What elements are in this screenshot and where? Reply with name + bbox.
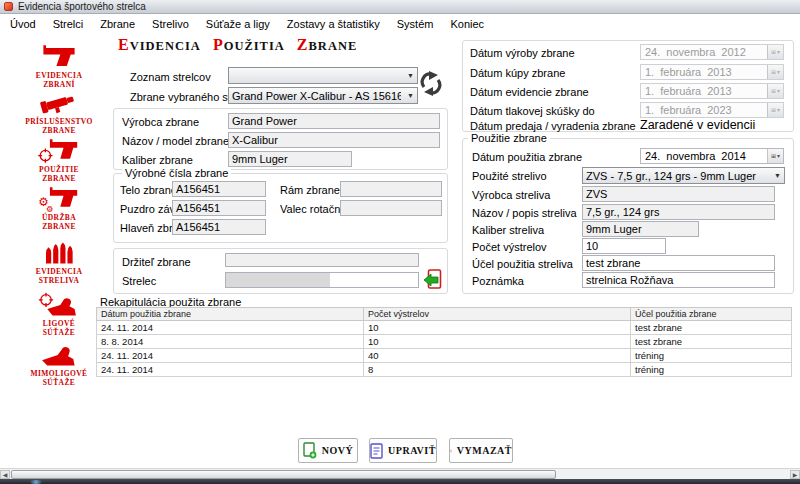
sidebar-label: LIGOVÉ: [43, 319, 75, 328]
calendar-dropdown-icon: ⊞▾: [767, 149, 783, 163]
edit-document-icon: [370, 443, 383, 459]
svg-text:⚙: ⚙: [46, 204, 54, 212]
menu-item-uvod[interactable]: Úvod: [10, 18, 36, 30]
sidebar-item-pouzitie-zbrane[interactable]: POUŽITIEZBRANE: [12, 138, 106, 184]
shooter-icon: [21, 342, 97, 368]
menu-item-strelci[interactable]: Strelci: [53, 18, 84, 30]
caliber-field: 9mm Luger: [228, 151, 352, 167]
col-purpose[interactable]: Účel použitia zbrane: [631, 308, 792, 321]
bullets-icon: [21, 240, 97, 266]
usage-purpose-input[interactable]: test zbrane: [582, 255, 775, 271]
taskbar-edge: [0, 479, 800, 484]
sidebar-label: POUŽITIE: [39, 165, 79, 174]
new-document-icon: [303, 442, 317, 459]
chevron-down-icon: ▼: [407, 92, 414, 99]
body-serial-field: A156451: [172, 181, 266, 197]
scope-icon: [21, 90, 97, 116]
application-window: Evidencia športového strelca Úvod Strelc…: [0, 0, 800, 484]
registration-status: Zaradené v evidencii: [640, 118, 755, 132]
assign-shooter-icon[interactable]: [423, 269, 442, 290]
sidebar-item-evidencia-zbrani[interactable]: EVIDENCIAZBRANÍ: [12, 44, 106, 90]
note-label: Poznámka: [472, 275, 524, 287]
col-date[interactable]: Dátum použitia zbrane: [97, 308, 364, 321]
date-purchased-label: Dátum kúpy zbrane: [470, 67, 565, 79]
sidebar-label: PRÍSLUŠENSTVO: [25, 117, 93, 126]
sidebar-label: EVIDENCIA: [36, 71, 83, 80]
table-row[interactable]: 24. 11. 20148tréning: [97, 363, 792, 377]
sidebar-item-prislusenstvo-zbrane[interactable]: PRÍSLUŠENSTVOZBRANE: [12, 90, 106, 136]
menu-bar: Úvod Strelci Zbrane Strelivo Súťaže a li…: [0, 15, 800, 32]
holder-field: [225, 253, 419, 267]
delete-button[interactable]: VYMAZAŤ: [449, 438, 513, 463]
caliber-label: Kaliber zbrane: [122, 154, 193, 166]
note-input[interactable]: strelnica Rožňava: [582, 272, 775, 288]
shot-count-input[interactable]: 10: [582, 238, 666, 254]
chevron-down-icon: ▼: [774, 172, 781, 179]
barrel-serial-field: A156451: [172, 219, 266, 235]
table-row[interactable]: 8. 8. 201410test zbrane: [97, 335, 792, 349]
page-title: EVIDENCIA POUŽITIA ZBRANE: [118, 36, 364, 54]
refresh-icon[interactable]: [420, 70, 442, 97]
menu-item-zostavy[interactable]: Zostavy a štatistiky: [287, 18, 380, 30]
model-field: X-Calibur: [228, 132, 440, 148]
shooters-list-dropdown[interactable]: ▼: [228, 67, 418, 84]
menu-item-koniec[interactable]: Koniec: [450, 18, 484, 30]
scroll-right-icon[interactable]: ▶: [790, 470, 800, 479]
usage-purpose-label: Účel použitia streliva: [472, 258, 573, 270]
date-registered-picker: 1. februára 2013 ⊞▾: [640, 83, 784, 99]
sidebar-item-ligove-sutaze[interactable]: LIGOVÉSÚŤAŽE: [12, 292, 106, 338]
ammo-caliber-field: 9mm Luger: [582, 221, 699, 237]
sidebar-item-udrzba-zbrane[interactable]: ⚙ ⚙ ÚDRŽBAZBRANE: [12, 186, 106, 232]
cylinder-serial-field: [340, 200, 442, 216]
delete-document-icon: [450, 443, 452, 459]
ammo-used-label: Použité strelivo: [472, 170, 547, 182]
menu-item-strelivo[interactable]: Strelivo: [152, 18, 189, 30]
pistol-crosshair-icon: [21, 138, 97, 164]
usage-date-label: Dátum použitia zbrane: [472, 151, 582, 163]
body-serial-label: Telo zbrane: [120, 184, 177, 196]
edit-button[interactable]: UPRAVIŤ: [369, 438, 437, 463]
horizontal-scrollbar[interactable]: ◀ ▶: [0, 468, 800, 479]
shooters-list-label: Zoznam strelcov: [130, 71, 211, 83]
shooter-field[interactable]: [225, 272, 419, 288]
scrollbar-thumb[interactable]: [11, 470, 556, 479]
model-label: Názov / model zbrane: [122, 135, 229, 147]
window-titlebar: Evidencia športového strelca: [0, 0, 800, 14]
table-row[interactable]: 24. 11. 201440tréning: [97, 349, 792, 363]
calendar-dropdown-icon: ⊞▾: [767, 84, 783, 98]
shot-count-label: Počet výstrelov: [472, 241, 547, 253]
menu-item-zbrane[interactable]: Zbrane: [100, 18, 135, 30]
menu-item-system[interactable]: Systém: [397, 18, 434, 30]
calendar-dropdown-icon: ⊞▾: [767, 103, 783, 117]
ammo-manufacturer-label: Výrobca streliva: [472, 189, 550, 201]
holder-label: Držiteľ zbrane: [122, 256, 191, 268]
menu-item-sutaze[interactable]: Súťaže a ligy: [206, 18, 270, 30]
date-registered-label: Dátum evidencie zbrane: [470, 86, 589, 98]
ammo-manufacturer-field: ZVS: [582, 186, 775, 202]
cylinder-serial-label: Valec rotačný: [280, 203, 346, 215]
window-title: Evidencia športového strelca: [18, 1, 146, 12]
calendar-dropdown-icon: ⊞▾: [767, 45, 783, 59]
sidebar-label: EVIDENCIA: [36, 267, 83, 276]
table-header-row: Dátum použitia zbrane Počet výstrelov Úč…: [97, 308, 792, 321]
sidebar-label: MIMOLIGOVÉ: [31, 369, 88, 378]
frame-serial-label: Rám zbrane: [280, 184, 340, 196]
col-shots[interactable]: Počet výstrelov: [364, 308, 631, 321]
shooter-label: Strelec: [122, 275, 156, 287]
slide-serial-field: A156451: [172, 200, 266, 216]
serials-group-title: Výrobné čísla zbrane: [122, 167, 231, 179]
ammo-name-label: Názov / popis streliva: [472, 207, 577, 219]
table-row[interactable]: 24. 11. 201410test zbrane: [97, 321, 792, 335]
date-manufactured-label: Dátum výroby zbrane: [470, 47, 575, 59]
new-button[interactable]: NOVÝ: [298, 438, 358, 463]
usage-date-picker[interactable]: 24. novembra 2014 ⊞▾: [640, 148, 784, 164]
shooter-selection: [226, 273, 330, 287]
sidebar-item-evidencia-streliva[interactable]: EVIDENCIASTRELIVA: [12, 240, 106, 286]
usage-group-title: Použitie zbrane: [468, 132, 550, 144]
ammo-used-dropdown[interactable]: ZVS - 7,5 gr., 124 grs - 9mm Luger▼: [582, 167, 785, 184]
scroll-left-icon[interactable]: ◀: [0, 470, 10, 479]
sidebar-item-mimoligove-sutaze[interactable]: MIMOLIGOVÉSÚŤAŽE: [12, 342, 106, 388]
date-manufactured-picker: 24. novembra 2012 ⊞▾: [640, 44, 784, 60]
pistol-gears-icon: ⚙ ⚙: [21, 186, 97, 212]
weapons-list-dropdown[interactable]: Grand Power X-Calibur - AS 15616▼: [228, 87, 418, 104]
